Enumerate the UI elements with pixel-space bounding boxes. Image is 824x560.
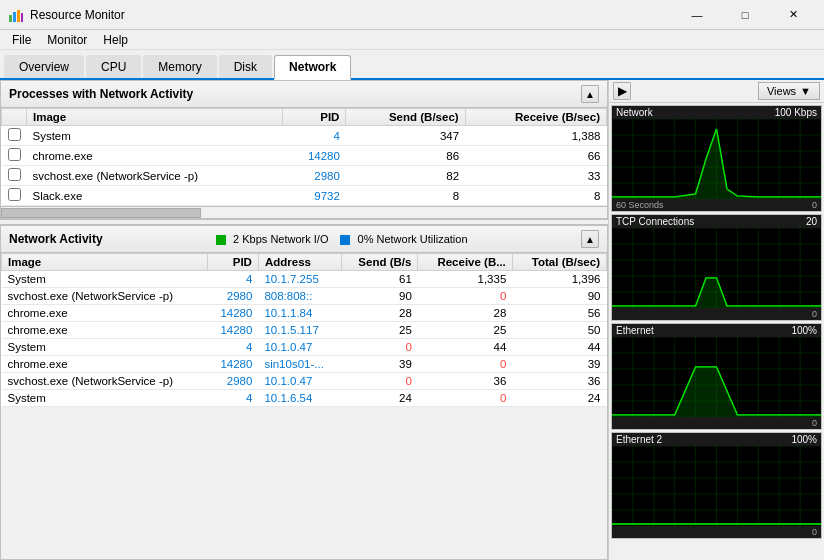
menubar: File Monitor Help (0, 30, 824, 50)
tab-cpu[interactable]: CPU (86, 55, 141, 78)
graph-section-0: Network 100 Kbps 60 Seconds 0 (611, 105, 822, 212)
window-title: Resource Monitor (30, 8, 674, 22)
network-activity-table-container[interactable]: Image PID Address Send (B/s Receive (B..… (0, 252, 608, 560)
cell-send: 39 (341, 356, 418, 373)
graph-title-1: TCP Connections (616, 216, 694, 227)
tab-disk[interactable]: Disk (219, 55, 272, 78)
cell-send: 90 (341, 288, 418, 305)
cell-image: svchost.exe (NetworkService -p) (27, 166, 283, 186)
cell-image: chrome.exe (2, 305, 208, 322)
cell-image: chrome.exe (2, 356, 208, 373)
table-row[interactable]: Slack.exe 9732 8 8 (2, 186, 607, 206)
cell-address: 10.1.1.84 (258, 305, 341, 322)
col-send[interactable]: Send (B/sec) (346, 109, 465, 126)
cell-pid: 9732 (283, 186, 346, 206)
table-row[interactable]: svchost.exe (NetworkService -p) 2980 808… (2, 288, 607, 305)
indicator-1-label: 2 Kbps Network I/O (233, 233, 328, 245)
processes-scrollbar[interactable] (0, 207, 608, 219)
processes-table: Image PID Send (B/sec) Receive (B/sec) S… (1, 108, 607, 206)
cell-send: 86 (346, 146, 465, 166)
network-activity-table: Image PID Address Send (B/s Receive (B..… (1, 253, 607, 407)
na-col-address[interactable]: Address (258, 254, 341, 271)
graph-title-bar-1: TCP Connections 20 (612, 215, 821, 228)
tab-memory[interactable]: Memory (143, 55, 216, 78)
cell-image: System (27, 126, 283, 146)
graph-footer-right-0: 0 (812, 200, 817, 210)
cell-receive: 28 (418, 305, 512, 322)
network-activity-panel: Network Activity 2 Kbps Network I/O 0% N… (0, 225, 608, 560)
tab-network[interactable]: Network (274, 55, 351, 80)
indicator-2-label: 0% Network Utilization (358, 233, 468, 245)
graph-scale-3: 100% (791, 434, 817, 445)
tabbar: Overview CPU Memory Disk Network (0, 50, 824, 80)
cell-image: System (2, 390, 208, 407)
na-col-pid[interactable]: PID (207, 254, 258, 271)
cell-pid: 14280 (207, 305, 258, 322)
table-row[interactable]: System 4 10.1.0.47 0 44 44 (2, 339, 607, 356)
cell-address: 10.1.0.47 (258, 373, 341, 390)
table-row[interactable]: chrome.exe 14280 86 66 (2, 146, 607, 166)
graph-footer-0: 60 Seconds 0 (612, 199, 821, 211)
menu-monitor[interactable]: Monitor (39, 31, 95, 49)
cell-receive: 33 (465, 166, 606, 186)
cell-receive: 25 (418, 322, 512, 339)
table-row[interactable]: svchost.exe (NetworkService -p) 2980 82 … (2, 166, 607, 186)
minimize-button[interactable]: — (674, 0, 720, 30)
graph-title-0: Network (616, 107, 653, 118)
col-image[interactable]: Image (27, 109, 283, 126)
close-button[interactable]: ✕ (770, 0, 816, 30)
graph-footer-1: 0 (612, 308, 821, 320)
cell-send: 8 (346, 186, 465, 206)
graphs-container: Network 100 Kbps 60 Seconds 0 TCP Connec… (609, 103, 824, 541)
cell-pid: 4 (207, 339, 258, 356)
window-controls: — □ ✕ (674, 0, 816, 30)
menu-help[interactable]: Help (95, 31, 136, 49)
graph-footer-2: 0 (612, 417, 821, 429)
table-row[interactable]: System 4 10.1.6.54 24 0 24 (2, 390, 607, 407)
cell-receive: 0 (418, 288, 512, 305)
tab-overview[interactable]: Overview (4, 55, 84, 78)
indicator-1: 2 Kbps Network I/O (216, 233, 328, 245)
main-layout: Processes with Network Activity ▲ Image … (0, 80, 824, 560)
na-col-send[interactable]: Send (B/s (341, 254, 418, 271)
table-row[interactable]: chrome.exe 14280 10.1.5.117 25 25 50 (2, 322, 607, 339)
processes-collapse-btn[interactable]: ▲ (581, 85, 599, 103)
cell-send: 347 (346, 126, 465, 146)
na-col-image[interactable]: Image (2, 254, 208, 271)
views-button[interactable]: Views ▼ (758, 82, 820, 100)
cell-pid: 4 (207, 271, 258, 288)
maximize-button[interactable]: □ (722, 0, 768, 30)
table-row[interactable]: System 4 347 1,388 (2, 126, 607, 146)
table-row[interactable]: System 4 10.1.7.255 61 1,335 1,396 (2, 271, 607, 288)
cell-total: 44 (512, 339, 606, 356)
graph-scale-2: 100% (791, 325, 817, 336)
col-receive[interactable]: Receive (B/sec) (465, 109, 606, 126)
indicator-2-dot (340, 235, 350, 245)
cell-address: sin10s01-... (258, 356, 341, 373)
processes-section-header: Processes with Network Activity ▲ (0, 80, 608, 107)
expand-button[interactable]: ▶ (613, 82, 631, 100)
na-col-receive[interactable]: Receive (B... (418, 254, 512, 271)
cell-total: 1,396 (512, 271, 606, 288)
left-panel: Processes with Network Activity ▲ Image … (0, 80, 609, 560)
cell-image: System (2, 271, 208, 288)
cell-total: 56 (512, 305, 606, 322)
network-activity-collapse-btn[interactable]: ▲ (581, 230, 599, 248)
menu-file[interactable]: File (4, 31, 39, 49)
network-activity-title: Network Activity (9, 232, 103, 246)
processes-title: Processes with Network Activity (9, 87, 193, 101)
cell-address: 10.1.5.117 (258, 322, 341, 339)
svg-rect-0 (9, 15, 12, 22)
cell-receive: 44 (418, 339, 512, 356)
processes-table-container[interactable]: Image PID Send (B/sec) Receive (B/sec) S… (0, 107, 608, 207)
cell-receive: 36 (418, 373, 512, 390)
cell-pid: 14280 (207, 356, 258, 373)
cell-image: chrome.exe (27, 146, 283, 166)
na-col-total[interactable]: Total (B/sec) (512, 254, 606, 271)
table-row[interactable]: chrome.exe 14280 sin10s01-... 39 0 39 (2, 356, 607, 373)
table-row[interactable]: chrome.exe 14280 10.1.1.84 28 28 56 (2, 305, 607, 322)
cell-address: 808:808:: (258, 288, 341, 305)
table-row[interactable]: svchost.exe (NetworkService -p) 2980 10.… (2, 373, 607, 390)
col-pid[interactable]: PID (283, 109, 346, 126)
svg-rect-1 (13, 12, 16, 22)
